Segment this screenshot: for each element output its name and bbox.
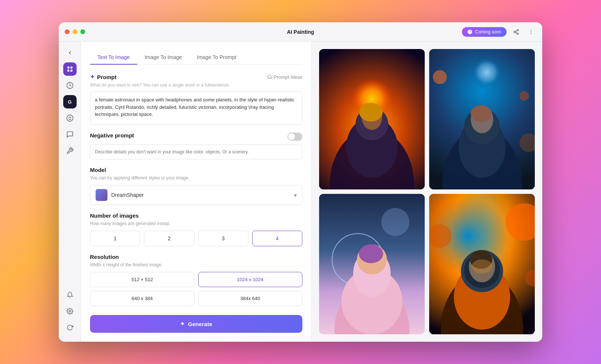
coming-soon-label: Coming soon xyxy=(475,29,501,35)
num-images-subtitle: How many images are generated intotal. xyxy=(90,221,302,226)
res-btn-640x384[interactable]: 640 x 384 xyxy=(90,291,195,306)
negative-prompt-input[interactable] xyxy=(90,144,302,159)
res-btn-384x640[interactable]: 384x 640 xyxy=(198,291,303,306)
sidebar-item-tools[interactable] xyxy=(63,144,77,157)
prompt-label: ✦ Prompt xyxy=(90,74,117,80)
svg-rect-11 xyxy=(70,70,72,72)
res-btn-512[interactable]: 512 × 512 xyxy=(90,272,195,287)
tab-text-to-image[interactable]: Text To Image xyxy=(90,51,137,65)
sidebar-item-ai[interactable]: G xyxy=(63,95,77,108)
coming-soon-badge: 🕐 Coming soon xyxy=(462,27,507,37)
prompt-ideas-link[interactable]: Prompt Ideas xyxy=(267,74,302,80)
model-thumbnail xyxy=(96,189,107,201)
gallery-image-2 xyxy=(429,49,535,189)
minimize-button[interactable] xyxy=(73,29,77,34)
refresh-button[interactable] xyxy=(63,321,77,334)
image-3-inner xyxy=(319,194,425,334)
svg-point-14 xyxy=(267,75,271,78)
resolution-subtitle: Width x Height of the finished image. xyxy=(90,262,302,267)
count-btn-3[interactable]: 3 xyxy=(198,231,248,246)
tab-image-to-image[interactable]: Image To Image xyxy=(137,51,189,65)
model-label: Model xyxy=(90,167,302,173)
negative-prompt-label: Negative prompt xyxy=(90,132,134,139)
svg-point-7 xyxy=(531,33,531,34)
num-images-label: Number of images xyxy=(90,212,302,219)
chevron-down-icon: ▾ xyxy=(294,192,297,199)
clock-icon: 🕐 xyxy=(467,29,473,35)
settings-button[interactable] xyxy=(63,305,77,318)
count-btn-2[interactable]: 2 xyxy=(144,231,194,246)
svg-point-25 xyxy=(433,70,447,84)
image-4-inner xyxy=(429,194,535,334)
back-button[interactable] xyxy=(63,46,77,59)
svg-rect-10 xyxy=(67,70,69,72)
resolution-grid: 512 × 512 1024 x 1024 640 x 384 384x 640 xyxy=(90,272,302,306)
content-panel: Text To Image Image To Image Image To Pr… xyxy=(81,42,312,342)
svg-line-4 xyxy=(515,30,517,32)
svg-point-26 xyxy=(520,91,529,100)
count-btn-4[interactable]: 4 xyxy=(252,231,302,246)
svg-point-5 xyxy=(531,30,531,30)
sidebar-nav: G xyxy=(63,62,77,285)
svg-point-6 xyxy=(531,32,531,32)
generate-label: Generate xyxy=(188,321,212,327)
prompt-ideas-text: Prompt Ideas xyxy=(274,74,302,80)
app-title: AI Painting xyxy=(287,29,314,35)
svg-point-32 xyxy=(471,105,491,122)
sidebar-item-brush[interactable] xyxy=(63,79,77,92)
more-options-button[interactable] xyxy=(526,27,536,37)
image-2-inner xyxy=(429,49,535,189)
wand-icon: ✦ xyxy=(180,321,185,327)
share-button[interactable] xyxy=(511,27,521,37)
sidebar-item-chat[interactable] xyxy=(63,128,77,141)
tab-image-to-prompt[interactable]: Image To Prompt xyxy=(189,51,244,65)
model-dropdown-value: DreamShaper xyxy=(96,189,144,201)
maximize-button[interactable] xyxy=(80,29,85,34)
traffic-lights xyxy=(65,29,85,34)
gallery-image-1 xyxy=(319,49,425,189)
model-dropdown[interactable]: DreamShaper ▾ xyxy=(90,185,302,205)
svg-rect-9 xyxy=(70,66,72,68)
sidebar-bottom xyxy=(63,288,77,337)
svg-rect-8 xyxy=(67,66,69,68)
model-section: Model You can try applying different sty… xyxy=(90,167,302,205)
sidebar-item-exchange[interactable] xyxy=(63,111,77,125)
image-1-inner xyxy=(319,49,425,189)
svg-point-22 xyxy=(359,103,383,121)
main-layout: G xyxy=(59,42,542,342)
resolution-label: Resolution xyxy=(90,254,302,260)
res-btn-1024[interactable]: 1024 x 1024 xyxy=(198,272,303,287)
svg-point-24 xyxy=(459,58,515,114)
sidebar: G xyxy=(59,42,81,342)
titlebar-actions: 🕐 Coming soon xyxy=(462,27,536,37)
gallery-image-3 xyxy=(319,194,425,334)
count-buttons: 1 2 3 4 xyxy=(90,231,302,246)
resolution-section: Resolution Width x Height of the finishe… xyxy=(90,254,302,306)
notifications-button[interactable] xyxy=(63,288,77,302)
image-gallery xyxy=(312,42,542,342)
negative-prompt-toggle[interactable] xyxy=(287,133,302,141)
sidebar-item-grid[interactable] xyxy=(63,62,77,76)
titlebar: AI Painting 🕐 Coming soon xyxy=(59,22,542,42)
app-window: AI Painting 🕐 Coming soon xyxy=(59,22,542,342)
svg-point-13 xyxy=(69,311,71,312)
prompt-title: Prompt xyxy=(97,74,117,80)
prompt-hint: What do you want to see? You can use a s… xyxy=(90,82,302,88)
svg-line-3 xyxy=(515,32,517,33)
negative-prompt-header: Negative prompt xyxy=(90,132,302,141)
svg-point-35 xyxy=(381,208,409,236)
close-button[interactable] xyxy=(65,29,70,34)
svg-point-43 xyxy=(429,224,451,248)
count-btn-1[interactable]: 1 xyxy=(90,231,140,246)
svg-point-12 xyxy=(67,115,73,121)
star-icon: ✦ xyxy=(90,74,95,80)
prompt-input[interactable]: a female astronaut in space with headpho… xyxy=(90,91,302,125)
svg-line-15 xyxy=(270,78,271,79)
prompt-header: ✦ Prompt Prompt Ideas xyxy=(90,74,302,80)
model-selected-name: DreamShaper xyxy=(111,192,144,198)
svg-point-51 xyxy=(472,259,492,273)
num-images-section: Number of images How many images are gen… xyxy=(90,212,302,246)
gallery-image-4 xyxy=(429,194,535,334)
generate-button[interactable]: ✦ Generate xyxy=(90,315,302,333)
tabs: Text To Image Image To Image Image To Pr… xyxy=(90,51,302,65)
